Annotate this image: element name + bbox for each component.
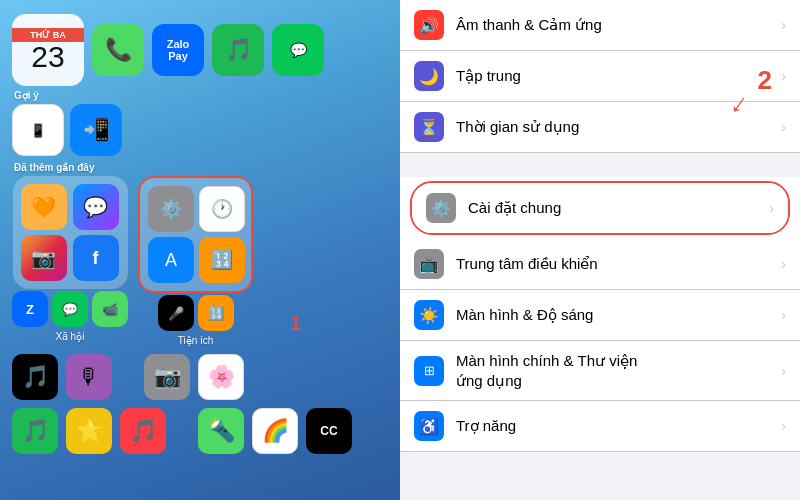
social-group-container: 🧡 💬 📷 f Z 💬 📹 Xã hội <box>12 176 128 346</box>
social-label: Xã hội <box>56 331 85 342</box>
settings-item-display[interactable]: ☀️ Màn hình & Độ sáng › <box>400 290 800 341</box>
phone-app-icon[interactable]: 📞 <box>92 24 144 76</box>
settings-item-screentime[interactable]: ⏳ Thời gian sử dụng › <box>400 102 800 153</box>
calculator-app-icon[interactable]: 🔢 <box>199 237 245 283</box>
left-panel: THỨ BA 23 📞 ZaloPay 🎵 💬 Gợi ý 📱 📲 Đã thê… <box>0 0 400 500</box>
screentime-chevron: › <box>781 119 786 135</box>
general-settings-container: ⚙️ Cài đặt chung › <box>410 181 790 235</box>
messenger-app-icon[interactable]: 💬 <box>73 184 119 230</box>
accessibility-label: Trợ năng <box>456 416 781 436</box>
settings-list: 🔊 Âm thanh & Cảm ứng › 🌙 Tập trung › ⏳ T… <box>400 0 800 452</box>
spotify-bottom-icon[interactable]: 🎵 <box>12 408 58 454</box>
settings-item-accessibility[interactable]: ♿ Trợ năng › <box>400 401 800 452</box>
photos-icon[interactable]: 🌸 <box>198 354 244 400</box>
social-group: 🧡 💬 📷 f <box>13 176 128 289</box>
homescreen-chevron: › <box>781 363 786 379</box>
settings-item-focus[interactable]: 🌙 Tập trung › <box>400 51 800 102</box>
podcast-icon[interactable]: 🎙 <box>66 354 112 400</box>
general-chevron: › <box>769 200 774 216</box>
facetime-app-icon[interactable]: 📹 <box>92 291 128 327</box>
accessibility-chevron: › <box>781 418 786 434</box>
line-app-icon[interactable]: 💬 <box>52 291 88 327</box>
clock-app-icon[interactable]: 🕐 <box>199 186 245 232</box>
settings-item-homescreen[interactable]: ⊞ Màn hình chính & Thư viện ứng dụng › <box>400 341 800 401</box>
display-chevron: › <box>781 307 786 323</box>
annotation-2-label: 2 <box>758 65 772 95</box>
homescreen-label: Màn hình chính & Thư viện ứng dụng <box>456 351 781 390</box>
facebook-app-icon[interactable]: f <box>73 235 119 281</box>
recent-app1[interactable]: 📱 <box>12 104 64 156</box>
focus-icon: 🌙 <box>414 61 444 91</box>
tiktok-icon[interactable]: 🎵 <box>12 354 58 400</box>
settings-item-control[interactable]: 📺 Trung tâm điều khiển › <box>400 239 800 290</box>
right-panel: 2 ↑ 🔊 Âm thanh & Cảm ứng › 🌙 Tập trung ›… <box>400 0 800 500</box>
annotation-2-container: 2 <box>758 65 772 96</box>
recent-app2[interactable]: 📲 <box>70 104 122 156</box>
settings-item-general[interactable]: ⚙️ Cài đặt chung › <box>412 183 788 233</box>
control-icon: 📺 <box>414 249 444 279</box>
gphotos-icon[interactable]: 🌈 <box>252 408 298 454</box>
zalopay-app-icon[interactable]: ZaloPay <box>152 24 204 76</box>
voice-memos-icon[interactable]: 🎤 <box>158 295 194 331</box>
screentime-label: Thời gian sử dụng <box>456 117 781 137</box>
spotify-suggestion-icon[interactable]: 🎵 <box>212 24 264 76</box>
control-label: Trung tâm điều khiển <box>456 254 781 274</box>
utilities-group-container: ⚙️ 🕐 A 🔢 🎤 🔢 Tiện ích <box>138 176 253 346</box>
camera-icon[interactable]: 📷 <box>144 354 190 400</box>
settings-item-sound[interactable]: 🔊 Âm thanh & Cảm ứng › <box>400 0 800 51</box>
appstore-app-icon[interactable]: A <box>148 237 194 283</box>
sound-chevron: › <box>781 17 786 33</box>
instagram-app-icon[interactable]: 📷 <box>21 235 67 281</box>
recent-row: 📱 📲 <box>8 104 392 156</box>
groups-row: 🧡 💬 📷 f Z 💬 📹 Xã hội ⚙️ 🕐 A 🔢 🎤 <box>8 176 392 346</box>
heart-app-icon[interactable]: 🧡 <box>21 184 67 230</box>
sound-icon: 🔊 <box>414 10 444 40</box>
torch-icon[interactable]: 🔦 <box>198 408 244 454</box>
suggestion-label: Gợi ý <box>14 90 386 101</box>
control-chevron: › <box>781 256 786 272</box>
screentime-icon: ⏳ <box>414 112 444 142</box>
annotation-1: 1 <box>290 312 301 335</box>
utilities-group: ⚙️ 🕐 A 🔢 <box>138 176 253 293</box>
focus-label: Tập trung <box>456 66 781 86</box>
calendar-widget[interactable]: THỨ BA 23 <box>12 14 84 86</box>
display-label: Màn hình & Độ sáng <box>456 305 781 325</box>
calendar-date: 23 <box>31 42 64 72</box>
homescreen-icon: ⊞ <box>414 356 444 386</box>
sound-label: Âm thanh & Cảm ứng <box>456 15 781 35</box>
focus-chevron: › <box>781 68 786 84</box>
line-suggestion-icon[interactable]: 💬 <box>272 24 324 76</box>
zalo-app-icon[interactable]: Z <box>12 291 48 327</box>
accessibility-icon: ♿ <box>414 411 444 441</box>
utilities-label: Tiện ích <box>178 335 214 346</box>
calc2-icon[interactable]: 🔢 <box>198 295 234 331</box>
star-icon[interactable]: ⭐ <box>66 408 112 454</box>
general-label: Cài đặt chung <box>468 198 769 218</box>
display-icon: ☀️ <box>414 300 444 330</box>
recent-label: Đã thêm gần đây <box>14 162 386 173</box>
section-gap-1 <box>400 153 800 177</box>
general-icon: ⚙️ <box>426 193 456 223</box>
capcut-icon[interactable]: CC <box>306 408 352 454</box>
music-icon[interactable]: 🎵 <box>120 408 166 454</box>
settings-app-icon[interactable]: ⚙️ <box>148 186 194 232</box>
